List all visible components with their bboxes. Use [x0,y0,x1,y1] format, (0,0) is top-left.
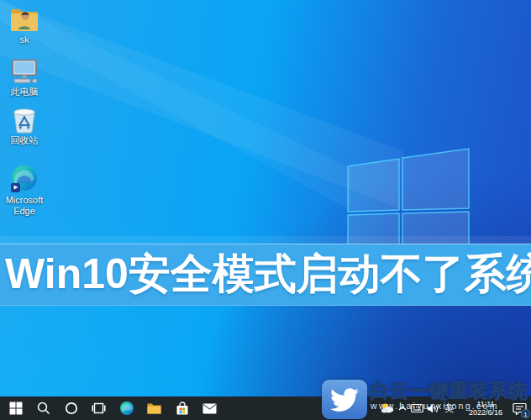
show-hidden-icons-button[interactable] [397,396,407,420]
volume-button[interactable] [427,396,439,420]
edge-icon [9,165,39,193]
twitter-bird-icon [330,387,359,412]
system-tray: 英 11:11 2022/6/16 1 [381,396,529,420]
desktop-icon-recycle-bin[interactable]: 回收站 [0,107,49,146]
watermark-logo [322,380,367,419]
envelope-icon [202,403,217,414]
magnifier-icon [37,402,50,415]
mail-button[interactable] [196,396,223,420]
windows-logo-icon [9,402,23,415]
search-button[interactable] [29,396,57,420]
clock-time: 11:11 [465,400,506,408]
headline-banner: Win10安全模式启动不了系统 [0,244,531,306]
touch-keyboard-button[interactable] [411,396,423,420]
edge-taskbar-button[interactable] [113,396,140,420]
taskbar-clock[interactable]: 11:11 2022/6/16 [465,400,506,417]
desktop-icon-this-pc[interactable]: 此电脑 [0,59,49,97]
desktop-icon-edge[interactable]: Microsoft Edge [0,165,49,217]
cortana-button[interactable] [57,396,85,420]
weather-tray-button[interactable] [381,396,394,420]
this-pc-icon [9,59,39,85]
user-folder-icon [9,5,39,33]
touch-keyboard-icon [411,403,423,413]
desktop-icon-user-folder[interactable]: sk [0,5,49,45]
desktop-icon-label: sk [0,34,49,45]
desktop-icon-label: 此电脑 [0,87,49,97]
store-bag-icon [176,402,189,416]
edge-icon [119,401,134,416]
language-indicator[interactable]: 英 [443,396,455,420]
notification-badge: 1 [521,409,530,418]
chevron-up-icon [397,403,407,413]
file-explorer-button[interactable] [140,396,168,420]
circle-icon [65,402,78,415]
speaker-icon [427,403,439,414]
desktop: sk 此电脑 回收站 [0,0,531,420]
clock-date: 2022/6/16 [465,408,506,417]
action-center-button[interactable]: 1 [509,396,529,420]
desktop-icon-label: 回收站 [0,135,49,146]
folder-icon [147,402,161,415]
headline-text: Win10安全模式启动不了系统 [0,244,531,304]
task-view-button[interactable] [85,396,113,420]
start-button[interactable] [2,396,29,420]
task-view-icon [92,402,106,415]
recycle-bin-icon [10,107,39,134]
desktop-icon-label: Microsoft Edge [0,195,49,217]
store-button[interactable] [168,396,196,420]
weather-icon [381,402,394,414]
